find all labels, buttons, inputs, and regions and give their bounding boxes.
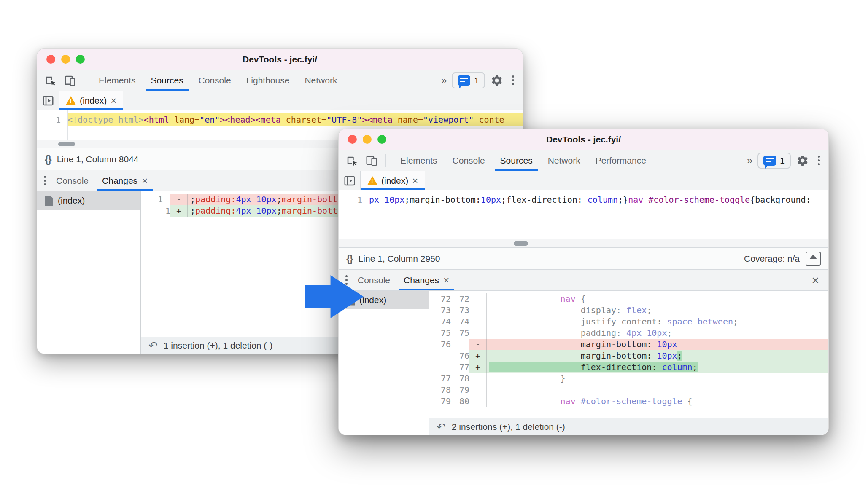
panel-tabs: ElementsConsoleSourcesNetworkPerformance bbox=[393, 150, 742, 171]
device-toolbar-icon[interactable] bbox=[363, 152, 380, 169]
titlebar[interactable]: DevTools - jec.fyi/ bbox=[339, 129, 828, 150]
new-line-number: 76 bbox=[451, 350, 469, 362]
inspect-element-icon[interactable] bbox=[42, 72, 59, 89]
tab-network[interactable]: Network bbox=[540, 150, 588, 171]
drawer-kebab-icon[interactable] bbox=[342, 275, 351, 285]
file-tab[interactable]: ! (index) × bbox=[59, 91, 123, 110]
warning-icon: ! bbox=[66, 96, 76, 105]
file-tab[interactable]: ! (index) × bbox=[361, 171, 425, 190]
minimize-window-button[interactable] bbox=[61, 55, 70, 64]
inspect-element-icon[interactable] bbox=[344, 152, 361, 169]
horizontal-scrollbar bbox=[339, 239, 828, 248]
file-tab-label: (index) bbox=[80, 96, 107, 106]
diff-code-line: margin-bottom: 10px bbox=[486, 339, 828, 350]
zoom-window-button[interactable] bbox=[377, 135, 386, 144]
old-line-number bbox=[429, 362, 451, 373]
navigator-toggle-icon[interactable] bbox=[37, 91, 59, 110]
kebab-menu-icon[interactable] bbox=[509, 75, 518, 85]
device-toolbar-icon[interactable] bbox=[62, 72, 78, 89]
diff-sign: + bbox=[170, 205, 187, 217]
changes-drawer: (index) 7272 nav {7373 display: flex;747… bbox=[339, 291, 828, 435]
close-window-button[interactable] bbox=[348, 135, 357, 144]
file-item-label: (index) bbox=[359, 295, 386, 305]
diff-pane[interactable]: 7272 nav {7373 display: flex;7474 justif… bbox=[429, 291, 828, 435]
coverage-panel-icon[interactable] bbox=[806, 252, 821, 266]
new-line-number: 74 bbox=[451, 316, 469, 327]
changes-tab-close-icon[interactable]: × bbox=[443, 275, 449, 285]
minimize-window-button[interactable] bbox=[363, 135, 372, 144]
old-line-number: 1 bbox=[141, 194, 163, 205]
tab-sources[interactable]: Sources bbox=[493, 150, 540, 171]
drawer-tab-changes[interactable]: Changes × bbox=[95, 170, 154, 191]
tab-elements[interactable]: Elements bbox=[393, 150, 445, 171]
diff-sign bbox=[469, 293, 486, 305]
main-toolbar: ElementsSourcesConsoleLighthouseNetwork … bbox=[37, 70, 523, 91]
changed-file-item[interactable]: (index) bbox=[37, 191, 140, 210]
old-line-number: 76 bbox=[429, 339, 451, 350]
new-line-number: 72 bbox=[451, 293, 469, 305]
drawer-tab-console[interactable]: Console bbox=[351, 270, 397, 290]
tab-elements[interactable]: Elements bbox=[91, 70, 143, 91]
diff-row: 76- margin-bottom: 10px bbox=[429, 339, 828, 350]
file-tab-close-icon[interactable]: × bbox=[111, 96, 116, 106]
diff-row: 7373 display: flex; bbox=[429, 305, 828, 316]
traffic-lights bbox=[46, 49, 85, 70]
cursor-position: Line 1, Column 2950 bbox=[359, 254, 440, 264]
scrollbar-thumb[interactable] bbox=[514, 241, 528, 246]
line-number: 1 bbox=[37, 115, 67, 125]
revert-icon[interactable]: ↶ bbox=[437, 421, 446, 432]
more-tabs-icon[interactable]: » bbox=[436, 70, 452, 91]
file-tab-close-icon[interactable]: × bbox=[412, 176, 418, 186]
settings-gear-icon[interactable] bbox=[488, 72, 505, 89]
more-tabs-icon[interactable]: » bbox=[742, 150, 757, 171]
revert-icon[interactable]: ↶ bbox=[148, 340, 158, 351]
diff-row: 7575 padding: 4px 10px; bbox=[429, 327, 828, 339]
new-line-number: 75 bbox=[451, 327, 469, 339]
traffic-lights bbox=[348, 129, 386, 150]
navigator-toggle-icon[interactable] bbox=[339, 171, 361, 190]
diff-sign bbox=[469, 384, 486, 396]
old-line-number bbox=[429, 350, 451, 362]
console-messages-badge[interactable]: 1 bbox=[757, 153, 791, 169]
line-number: 1 bbox=[339, 195, 369, 205]
changes-tab-close-icon[interactable]: × bbox=[142, 176, 148, 186]
old-line-number bbox=[141, 205, 163, 217]
drawer-tab-strip: Console Changes × × bbox=[339, 270, 828, 291]
diff-row: 7272 nav { bbox=[429, 293, 828, 305]
close-window-button[interactable] bbox=[46, 55, 55, 64]
titlebar[interactable]: DevTools - jec.fyi/ bbox=[37, 49, 523, 70]
tab-performance[interactable]: Performance bbox=[588, 150, 654, 171]
drawer-tab-console[interactable]: Console bbox=[49, 170, 95, 191]
drawer-close-icon[interactable]: × bbox=[806, 270, 825, 290]
scrollbar-thumb[interactable] bbox=[58, 142, 75, 146]
tab-console[interactable]: Console bbox=[445, 150, 493, 171]
tab-sources[interactable]: Sources bbox=[143, 70, 191, 91]
new-line-number bbox=[163, 194, 170, 205]
settings-gear-icon[interactable] bbox=[794, 152, 811, 169]
format-braces-icon[interactable]: {} bbox=[45, 153, 51, 165]
diff-code-line: justify-content: space-between; bbox=[486, 316, 828, 327]
message-count: 1 bbox=[780, 156, 785, 166]
drawer-kebab-icon[interactable] bbox=[40, 176, 49, 185]
diff-code-line bbox=[486, 384, 828, 396]
tab-network[interactable]: Network bbox=[297, 70, 345, 91]
diff-sign bbox=[469, 327, 486, 339]
console-messages-badge[interactable]: 1 bbox=[452, 72, 485, 88]
old-line-number: 79 bbox=[429, 396, 451, 407]
tab-console[interactable]: Console bbox=[191, 70, 239, 91]
zoom-window-button[interactable] bbox=[76, 55, 85, 64]
panel-tabs: ElementsSourcesConsoleLighthouseNetwork bbox=[91, 70, 436, 91]
new-line-number: 1 bbox=[163, 205, 170, 217]
source-editor[interactable]: 1 px 10px;margin-bottom:10px;flex-direct… bbox=[339, 190, 828, 239]
old-line-number: 73 bbox=[429, 305, 451, 316]
changes-sidebar: (index) bbox=[339, 291, 429, 435]
tab-lighthouse[interactable]: Lighthouse bbox=[239, 70, 297, 91]
diff-code-line: padding: 4px 10px; bbox=[486, 327, 828, 339]
file-tab-strip: ! (index) × bbox=[339, 171, 828, 190]
format-braces-icon[interactable]: {} bbox=[346, 253, 353, 265]
kebab-menu-icon[interactable] bbox=[814, 156, 823, 165]
source-line: <!doctype html><html lang="en"><head><me… bbox=[67, 113, 523, 126]
drawer-tab-changes[interactable]: Changes × bbox=[397, 270, 456, 290]
new-line-number: 80 bbox=[451, 396, 469, 407]
new-line-number bbox=[451, 339, 469, 350]
